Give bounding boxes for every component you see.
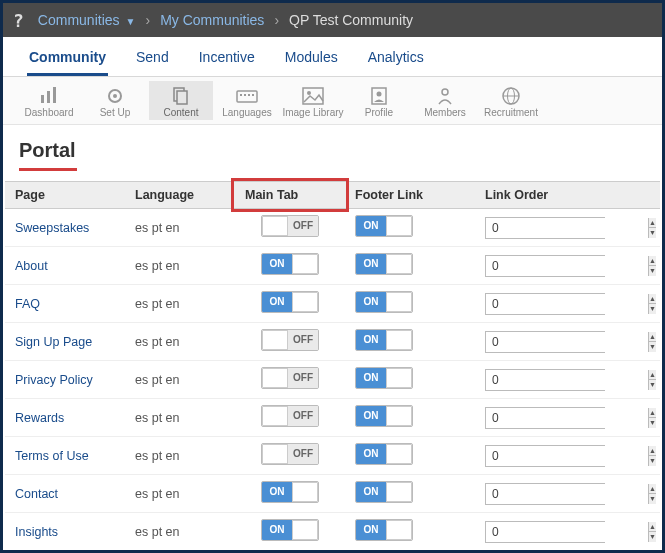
link-order-field[interactable] bbox=[486, 370, 648, 390]
table-row: Sweepstakeses pt enOFFON▲▼ bbox=[5, 209, 660, 247]
stepper-down-icon[interactable]: ▼ bbox=[649, 342, 656, 352]
link-order-input[interactable]: ▲▼ bbox=[485, 217, 605, 239]
link-order-input[interactable]: ▲▼ bbox=[485, 331, 605, 353]
toggle-switch[interactable]: ON bbox=[355, 443, 413, 465]
language-cell: es pt en bbox=[125, 399, 235, 437]
tool-profile[interactable]: Profile bbox=[347, 81, 411, 120]
link-order-input[interactable]: ▲▼ bbox=[485, 293, 605, 315]
tab-send[interactable]: Send bbox=[134, 45, 171, 76]
stepper-up-icon[interactable]: ▲ bbox=[649, 256, 656, 267]
stepper-up-icon[interactable]: ▲ bbox=[649, 408, 656, 419]
toggle-switch[interactable]: ON bbox=[261, 519, 319, 541]
page-link[interactable]: Rewards bbox=[15, 411, 64, 425]
stepper-down-icon[interactable]: ▼ bbox=[649, 456, 656, 466]
toggle-switch[interactable]: OFF bbox=[261, 443, 319, 465]
toggle-switch[interactable]: ON bbox=[355, 367, 413, 389]
tab-analytics[interactable]: Analytics bbox=[366, 45, 426, 76]
col-language[interactable]: Language bbox=[125, 182, 235, 209]
toggle-switch[interactable]: ON bbox=[261, 481, 319, 503]
stepper-up-icon[interactable]: ▲ bbox=[649, 294, 656, 305]
stepper-down-icon[interactable]: ▼ bbox=[649, 266, 656, 276]
page-link[interactable]: Sign Up Page bbox=[15, 335, 92, 349]
link-order-input[interactable]: ▲▼ bbox=[485, 255, 605, 277]
tool-recruitment[interactable]: Recruitment bbox=[479, 81, 543, 120]
stepper-up-icon[interactable]: ▲ bbox=[649, 332, 656, 343]
table-row: Sign Up Pagees pt enOFFON▲▼ bbox=[5, 323, 660, 361]
page-link[interactable]: About bbox=[15, 259, 48, 273]
toggle-switch[interactable]: ON bbox=[261, 291, 319, 313]
toggle-switch[interactable]: ON bbox=[355, 291, 413, 313]
link-order-input[interactable]: ▲▼ bbox=[485, 369, 605, 391]
link-order-field[interactable] bbox=[486, 446, 648, 466]
gear-icon bbox=[83, 85, 147, 107]
tool-languages[interactable]: Languages bbox=[215, 81, 279, 120]
stepper-up-icon[interactable]: ▲ bbox=[649, 446, 656, 457]
language-cell: es pt en bbox=[125, 247, 235, 285]
toggle-switch[interactable]: ON bbox=[355, 253, 413, 275]
link-order-field[interactable] bbox=[486, 484, 648, 504]
language-cell: es pt en bbox=[125, 285, 235, 323]
page-link[interactable]: Privacy Policy bbox=[15, 373, 93, 387]
col-link-order[interactable]: Link Order bbox=[475, 182, 660, 209]
page-link[interactable]: Contact bbox=[15, 487, 58, 501]
page-link[interactable]: Terms of Use bbox=[15, 449, 89, 463]
toggle-switch[interactable]: OFF bbox=[261, 215, 319, 237]
toggle-switch[interactable]: OFF bbox=[261, 405, 319, 427]
page-link[interactable]: Insights bbox=[15, 525, 58, 539]
breadcrumb-sep-2: › bbox=[274, 12, 279, 28]
tool-members[interactable]: Members bbox=[413, 81, 477, 120]
main-tabs: CommunitySendIncentiveModulesAnalytics bbox=[3, 37, 662, 77]
svg-point-4 bbox=[113, 94, 117, 98]
col-main-tab[interactable]: Main Tab bbox=[235, 182, 345, 209]
breadcrumb-my-communities[interactable]: My Communities bbox=[160, 12, 264, 28]
stepper-up-icon[interactable]: ▲ bbox=[649, 522, 656, 533]
toggle-switch[interactable]: ON bbox=[355, 481, 413, 503]
link-order-field[interactable] bbox=[486, 332, 648, 352]
link-order-input[interactable]: ▲▼ bbox=[485, 407, 605, 429]
toggle-switch[interactable]: ON bbox=[355, 405, 413, 427]
link-order-input[interactable]: ▲▼ bbox=[485, 483, 605, 505]
link-order-field[interactable] bbox=[486, 218, 648, 238]
toggle-switch[interactable]: ON bbox=[355, 329, 413, 351]
page-link[interactable]: FAQ bbox=[15, 297, 40, 311]
link-order-field[interactable] bbox=[486, 408, 648, 428]
link-order-input[interactable]: ▲▼ bbox=[485, 521, 605, 543]
toggle-switch[interactable]: OFF bbox=[261, 367, 319, 389]
tool-content[interactable]: Content bbox=[149, 81, 213, 120]
tool-label: Image Library bbox=[281, 107, 345, 118]
tool-label: Members bbox=[413, 107, 477, 118]
toggle-switch[interactable]: ON bbox=[261, 253, 319, 275]
stepper-up-icon[interactable]: ▲ bbox=[649, 484, 656, 495]
stepper-down-icon[interactable]: ▼ bbox=[649, 494, 656, 504]
link-order-field[interactable] bbox=[486, 294, 648, 314]
tool-dashboard[interactable]: Dashboard bbox=[17, 81, 81, 120]
stepper-down-icon[interactable]: ▼ bbox=[649, 532, 656, 542]
stepper-down-icon[interactable]: ▼ bbox=[649, 418, 656, 428]
stepper-down-icon[interactable]: ▼ bbox=[649, 380, 656, 390]
tool-label: Profile bbox=[347, 107, 411, 118]
stepper-up-icon[interactable]: ▲ bbox=[649, 218, 656, 229]
profile-icon bbox=[347, 85, 411, 107]
col-page[interactable]: Page bbox=[5, 182, 125, 209]
app-logo: ? bbox=[13, 10, 24, 31]
breadcrumb-sep-1: › bbox=[145, 12, 150, 28]
stepper-up-icon[interactable]: ▲ bbox=[649, 370, 656, 381]
col-footer-link[interactable]: Footer Link bbox=[345, 182, 475, 209]
tool-image-library[interactable]: Image Library bbox=[281, 81, 345, 120]
tab-modules[interactable]: Modules bbox=[283, 45, 340, 76]
toggle-switch[interactable]: ON bbox=[355, 519, 413, 541]
breadcrumb-communities[interactable]: Communities▼ bbox=[38, 12, 136, 28]
tab-incentive[interactable]: Incentive bbox=[197, 45, 257, 76]
tab-community[interactable]: Community bbox=[27, 45, 108, 76]
svg-rect-7 bbox=[237, 91, 257, 102]
link-order-field[interactable] bbox=[486, 256, 648, 276]
language-cell: es pt en bbox=[125, 513, 235, 551]
toggle-switch[interactable]: ON bbox=[355, 215, 413, 237]
link-order-field[interactable] bbox=[486, 522, 648, 542]
toggle-switch[interactable]: OFF bbox=[261, 329, 319, 351]
stepper-down-icon[interactable]: ▼ bbox=[649, 304, 656, 314]
page-link[interactable]: Sweepstakes bbox=[15, 221, 89, 235]
tool-set-up[interactable]: Set Up bbox=[83, 81, 147, 120]
link-order-input[interactable]: ▲▼ bbox=[485, 445, 605, 467]
stepper-down-icon[interactable]: ▼ bbox=[649, 228, 656, 238]
